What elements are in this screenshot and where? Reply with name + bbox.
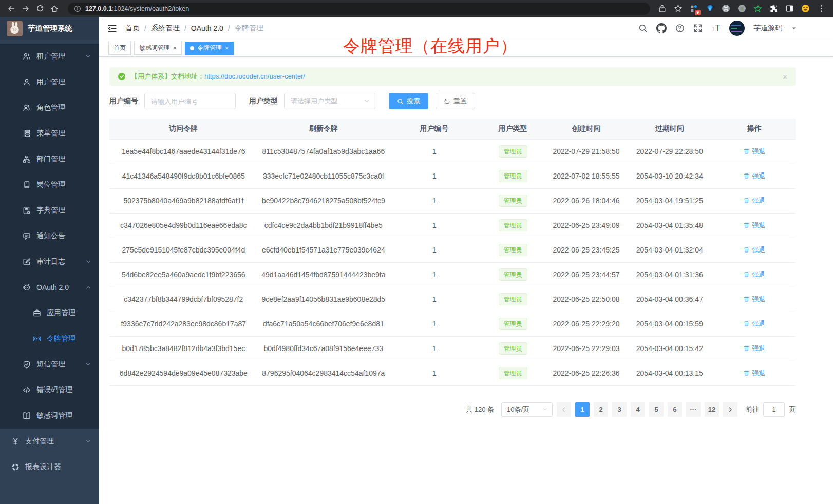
force-logout-button[interactable]: 强退 [743,171,765,181]
url-path: :1024/system/oauth2/token [112,5,189,12]
browser-menu-icon[interactable] [817,4,826,13]
page-button-12[interactable]: 12 [705,402,719,417]
alert-doc-link[interactable]: https://doc.iocoder.cn/user-center/ [204,72,305,80]
record-extension-icon[interactable] [737,4,746,13]
app-logo[interactable]: 芋道管理系统 [0,17,99,40]
force-logout-button[interactable]: 强退 [743,196,765,205]
sidebar-item-broadcast[interactable]: 令牌管理 [0,326,99,352]
fullscreen-icon[interactable] [693,24,703,33]
profile-emoji-icon[interactable] [801,4,810,13]
user-type-placeholder: 请选择用户类型 [291,96,337,106]
prev-page-button[interactable] [557,402,571,417]
bookmark-star-icon[interactable] [673,4,683,13]
user-caret-down-icon[interactable] [791,25,797,31]
username[interactable]: 芋道源码 [753,24,782,33]
site-info-icon[interactable] [74,5,81,12]
sidebar-item-book-open[interactable]: 敏感词管理 [0,403,99,429]
page-button-3[interactable]: 3 [612,402,627,417]
browser-forward-button[interactable] [20,3,32,15]
force-logout-button[interactable]: 强退 [743,270,765,279]
column-header: 过期时间 [626,119,713,139]
sidebar-item-role[interactable]: 角色管理 [0,95,99,121]
rabbit-logo-icon [7,21,23,36]
success-check-icon [118,72,126,81]
force-logout-button[interactable]: 强退 [743,344,765,353]
create-time-cell: 2022-06-25 23:45:25 [546,238,626,262]
github-icon[interactable] [656,23,667,33]
sidebar-collapse-icon[interactable] [107,24,117,33]
user-type-tag: 管理员 [499,195,527,207]
search-button[interactable]: 搜索 [389,93,428,109]
extensions-puzzle-icon[interactable] [769,4,778,13]
force-logout-button[interactable]: 强退 [743,245,765,255]
active-tab-dot [190,46,194,50]
trash-icon [743,246,750,253]
sidebar-item-yen[interactable]: 支付管理 [0,429,99,454]
browser-back-button[interactable] [5,3,17,15]
force-logout-button[interactable]: 强退 [743,221,765,230]
sidebar-item-badge[interactable]: 岗位管理 [0,172,99,198]
tab-令牌管理[interactable]: 令牌管理× [185,42,234,55]
sidebar-item-robot[interactable]: OAuth 2.0 [0,275,99,300]
sidebar-item-shield-check[interactable]: 短信管理 [0,352,99,377]
search-icon[interactable] [638,24,648,33]
page-button-1[interactable]: 1 [575,402,590,417]
share-icon[interactable] [657,4,667,13]
split-view-icon[interactable] [785,4,794,13]
avatar[interactable] [729,21,745,36]
broadcast-icon [33,335,41,343]
address-bar[interactable]: 127.0.0.1:1024/system/oauth2/token [68,3,650,15]
sidebar-item-org-tree[interactable]: 部门管理 [0,146,99,172]
page-button-2[interactable]: 2 [594,402,608,417]
goto-page-input[interactable] [763,402,785,417]
gem-extension-icon[interactable] [705,4,714,13]
command-extension-icon[interactable] [721,4,730,13]
tab-敏感词管理[interactable]: 敏感词管理× [134,42,182,55]
sidebar-item-message[interactable]: 通知公告 [0,223,99,249]
breadcrumb-item: 令牌管理 [235,24,263,33]
reset-button[interactable]: 重置 [436,93,475,109]
breadcrumb-item[interactable]: 系统管理 [151,24,180,33]
browser-reload-button[interactable] [34,3,46,15]
more-pages-button[interactable]: ··· [686,402,701,417]
extension-badge-icon[interactable]: 9 [689,4,698,13]
action-cell: 强退 [713,213,796,238]
page-button-4[interactable]: 4 [631,402,645,417]
page-size-select[interactable]: 10条/页 [501,402,553,417]
tab-close-icon[interactable]: × [173,45,177,51]
breadcrumb-item[interactable]: OAuth 2.0 [191,24,223,32]
code-icon [23,386,31,394]
expire-time-cell: 2022-07-29 22:28:50 [626,139,713,164]
force-logout-button[interactable]: 强退 [743,319,765,328]
sidebar-item-menu-tree[interactable]: 菜单管理 [0,121,99,146]
expire-time-cell: 2054-03-04 00:15:42 [626,336,713,361]
sidebar-item-briefcase[interactable]: 应用管理 [0,300,99,326]
sidebar-item-code[interactable]: 错误码管理 [0,377,99,403]
user-id-cell: 1 [389,213,479,238]
sidebar-item-user[interactable]: 用户管理 [0,69,99,95]
force-logout-button[interactable]: 强退 [743,295,765,304]
page-button-6[interactable]: 6 [668,402,682,417]
tab-close-icon[interactable]: × [225,45,229,51]
sidebar-item-dict-book[interactable]: 字典管理 [0,198,99,223]
create-time-cell: 2022-06-25 22:29:03 [546,336,626,361]
create-time-cell: 2022-06-26 18:04:46 [546,188,626,213]
user-type-select[interactable]: 请选择用户类型 [284,93,375,109]
next-page-button[interactable] [723,402,737,417]
force-logout-button[interactable]: 强退 [743,147,765,156]
tab-首页[interactable]: 首页 [108,42,131,55]
sidebar-item-edit-log[interactable]: 审计日志 [0,249,99,275]
help-icon[interactable] [675,24,685,33]
role-icon [23,104,31,112]
green-star-extension-icon[interactable] [753,4,762,13]
alert-close-icon[interactable]: × [783,72,787,81]
page-button-5[interactable]: 5 [649,402,664,417]
dict-book-icon [23,206,31,215]
sidebar-item-users[interactable]: 租户管理 [0,44,99,69]
force-logout-button[interactable]: 强退 [743,369,765,378]
user-id-input[interactable] [144,93,236,109]
sidebar-item-pie[interactable]: 报表设计器 [0,454,99,480]
breadcrumb-item[interactable]: 首页 [125,24,140,33]
browser-home-button[interactable] [48,3,61,15]
font-size-icon[interactable] [711,24,721,33]
